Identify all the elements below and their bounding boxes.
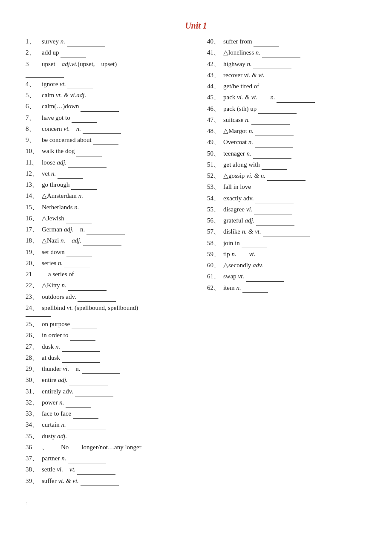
list-item: 40、suffer from: [207, 37, 366, 46]
item-number: 45、: [207, 92, 223, 102]
item-number: 30、: [26, 375, 42, 385]
item-content: △Jewish: [42, 214, 199, 223]
fill-blank: [251, 119, 290, 125]
list-item: 17、German adj. n.: [26, 225, 199, 234]
item-content: item n.: [223, 283, 366, 293]
list-item: 18、△Nazi n. adj.: [26, 236, 199, 246]
item-number: 49、: [207, 137, 223, 147]
item-number: 4、: [26, 79, 42, 89]
fill-blank: [77, 468, 115, 475]
fill-blank: [73, 412, 98, 419]
item-content: suffer from: [223, 37, 366, 46]
item-number: 1、: [26, 37, 42, 46]
item-content: series n.: [42, 258, 199, 268]
fill-blank: [263, 231, 310, 237]
list-item: 22、△Kitty n.: [26, 280, 199, 290]
list-item: 46、pack (sth) up: [207, 104, 366, 114]
list-item: 26、in order to: [26, 330, 199, 340]
fill-blank: [71, 183, 97, 190]
list-item: 9、be concerned about: [26, 135, 199, 145]
item-number: 54、: [207, 194, 223, 203]
item-content: get/be tired of: [223, 81, 366, 91]
item-number: 62、: [207, 283, 223, 293]
list-item: 42、highway n.: [207, 59, 366, 69]
list-item: 62、item n.: [207, 283, 366, 293]
list-item: 13、go through: [26, 180, 199, 190]
fill-blank: [93, 139, 118, 145]
item-number: 24、: [26, 303, 42, 313]
list-item: 28、at dusk: [26, 353, 199, 363]
item-number: 21: [26, 269, 42, 279]
item-content: teenager n.: [223, 149, 366, 159]
fill-blank: [66, 401, 91, 408]
list-item: 33、face to face: [26, 409, 199, 419]
item-content: vet n.: [42, 169, 199, 179]
list-item: 6、calm(…)down: [26, 101, 199, 111]
item-number: 56、: [207, 216, 223, 225]
list-item: 57、dislike n. & vt.: [207, 227, 366, 237]
item-content: recover vi. & vt.: [223, 70, 366, 80]
list-item: 59、tip n. vt.: [207, 249, 366, 259]
fill-blank: [255, 197, 294, 203]
list-item: 34、curtain n.: [26, 420, 199, 430]
item-content: swap vt.: [223, 272, 366, 281]
fill-blank: [68, 457, 106, 463]
item-number: 29、: [26, 364, 42, 374]
list-item: 11、loose adj.: [26, 158, 199, 168]
list-item: 44、get/be tired of: [207, 81, 366, 91]
item-number: 57、: [207, 227, 223, 237]
item-number: 36: [26, 442, 42, 452]
item-number: 7、: [26, 113, 42, 123]
fill-blank: [67, 424, 106, 430]
item-number: 18、: [26, 236, 42, 246]
item-number: 40、: [207, 37, 223, 46]
item-content: power n.: [42, 398, 199, 408]
list-item: 39、suffer vt. & vi.: [26, 476, 199, 486]
item-content: pack vi. & vt. n.: [223, 92, 366, 102]
item-number: 31、: [26, 387, 42, 396]
list-item: 43、recover vi. & vt.: [207, 70, 366, 80]
item-number: 41、: [207, 48, 223, 58]
item-content: join in: [223, 238, 366, 248]
fill-blank: [253, 152, 291, 159]
fill-blank: [254, 208, 292, 214]
item-number: 42、: [207, 59, 223, 69]
item-content: spellbind vt. (spellbound, spellbound): [42, 303, 199, 313]
item-content: fall in love: [223, 182, 366, 192]
item-number: 53、: [207, 182, 223, 192]
item-content: on purpose: [42, 319, 199, 329]
list-item: 35、dusty adj.: [26, 431, 199, 441]
fill-blank: [69, 435, 107, 441]
item-content: get along with: [223, 160, 366, 170]
item-number: 15、: [26, 202, 42, 212]
page-title: Unit 1: [26, 21, 366, 31]
item-number: 9、: [26, 135, 42, 145]
item-content: add up: [42, 48, 199, 58]
list-item: 54、exactly adv.: [207, 194, 366, 203]
item-content: survey n.: [42, 37, 199, 46]
item-number: 26、: [26, 330, 42, 340]
item-number: 8、: [26, 124, 42, 134]
item-content: upset adj.vt.(upset, upset): [42, 59, 199, 69]
list-item: 50、teenager n.: [207, 149, 366, 159]
fill-blank: [68, 161, 107, 168]
fill-blank: [83, 127, 121, 134]
fill-blank: [246, 275, 284, 282]
list-item: 47、suitcase n.: [207, 115, 366, 125]
right-column: 40、suffer from 41、△loneliness n. 42、high…: [203, 37, 366, 487]
list-item: 4、ignore vt.: [26, 79, 199, 89]
item-number: 14、: [26, 191, 42, 201]
list-item: 19、set down: [26, 247, 199, 257]
item-number: 12、: [26, 169, 42, 179]
item-number: 50、: [207, 149, 223, 159]
fill-blank: [242, 242, 267, 248]
list-item: 52、△gossip vi. & n.: [207, 171, 366, 181]
item-number: 47、: [207, 115, 223, 125]
item-number: 51、: [207, 160, 223, 170]
item-content: have got to: [42, 113, 199, 123]
fill-blank: [68, 284, 107, 291]
list-item: 36、 No longer/not…any longer: [26, 442, 199, 452]
item-number: 27、: [26, 342, 42, 352]
item-content: △loneliness n.: [223, 48, 366, 58]
item-number: 39、: [26, 476, 42, 486]
